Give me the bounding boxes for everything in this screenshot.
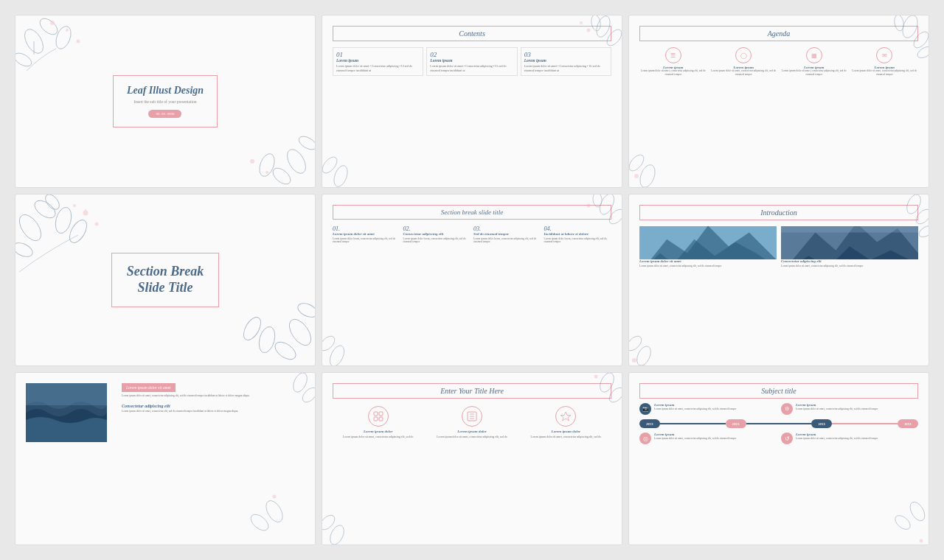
cap-text-1: Lorem ipsum dolor sit amet, consectetur … — [639, 265, 777, 268]
agenda-icon-3: ▦ — [806, 47, 822, 63]
slide-3-header: Agenda — [639, 26, 918, 41]
svg-point-35 — [95, 222, 99, 225]
slide-6-header: Introduction — [639, 205, 918, 220]
step-4-text: Lorem ipsum dolor lorem, consectetur adi… — [544, 237, 612, 244]
slide-9-timeline: 20XX 20XX 20XX 20XX — [639, 419, 918, 428]
slide-9-bottom-body-2: Lorem ipsum dolor sit amet, consectetur … — [796, 437, 878, 441]
slide-8-enter-title: Enter Your Title Here Lorem ipsum dolor … — [322, 372, 622, 545]
svg-point-20 — [322, 154, 340, 175]
slide-9-top-title-1: Lorem ipsum — [654, 403, 737, 407]
slide-9-subject: Subject title 📷 Lorem ipsum Lorem ipsum … — [628, 372, 929, 545]
step-3-num: 03. — [473, 225, 541, 232]
svg-point-19 — [331, 164, 350, 188]
svg-point-71 — [594, 375, 598, 379]
svg-point-25 — [637, 163, 658, 188]
slide-8-item-2: Lorem ipsum dolor Lorem ipsum dolor sit … — [426, 406, 517, 439]
slide-9-bottom-items: ◎ Lorem ipsum Lorem ipsum dolor sit amet… — [639, 433, 918, 444]
slide-9-icon-2: ⚙ — [781, 403, 793, 415]
item-3-text: Lorem ipsum dolor sit amet • Consectetur… — [524, 64, 608, 72]
svg-point-52 — [628, 334, 644, 354]
svg-point-10 — [257, 152, 277, 178]
svg-point-38 — [272, 339, 299, 363]
svg-point-40 — [296, 301, 316, 320]
svg-point-72 — [327, 523, 347, 545]
slide-9-bottom-text-2: Lorem ipsum Lorem ipsum dolor sit amet, … — [796, 433, 878, 441]
svg-rect-74 — [374, 412, 378, 416]
agenda-text-2: Lorem ipsum dolor sit amet, consectetur … — [710, 69, 778, 76]
agenda-item-4: ✉ Lorem ipsum Lorem ipsum dolor sit amet… — [851, 47, 919, 76]
slide-3-icons: ☰ Lorem ipsum Lorem ipsum dolor sit amet… — [639, 47, 918, 76]
slide-9-top-text-1: Lorem ipsum Lorem ipsum dolor sit amet, … — [654, 403, 737, 411]
slide-3-agenda: Agenda ☰ Lorem ipsum Lorem ipsum dolor s… — [628, 15, 929, 188]
svg-point-29 — [32, 197, 59, 221]
agenda-icon-1: ☰ — [665, 47, 681, 63]
slide-6-intro: Introduction Lorem ipsum dolor sit amet … — [628, 194, 929, 367]
svg-point-34 — [83, 210, 88, 215]
slide-9-icon-1: 📷 — [639, 403, 651, 415]
tl-node-1: 20XX — [639, 419, 660, 428]
svg-point-41 — [240, 315, 265, 343]
svg-rect-68 — [26, 383, 107, 405]
item-2-num: 02 — [430, 51, 513, 58]
svg-point-11 — [296, 133, 316, 152]
step-2-title: Consectetur adipiscing elit — [403, 232, 471, 236]
item-1-title: Lorem ipsum — [336, 58, 420, 63]
svg-point-64 — [263, 498, 286, 525]
slide-8-text-2: Lorem ipsum dolor sit amet, consectetur … — [426, 435, 517, 439]
svg-point-37 — [285, 316, 316, 349]
slide-9-header: Subject title — [639, 383, 918, 399]
slide-8-icon-2 — [462, 406, 482, 427]
svg-point-39 — [257, 325, 278, 354]
step-3-title: Sed do eiusmod tempor — [473, 232, 541, 236]
slide-9-bottom-item-2: ↺ Lorem ipsum Lorem ipsum dolor sit amet… — [781, 433, 918, 444]
slide-9-top-item-1: 📷 Lorem ipsum Lorem ipsum dolor sit amet… — [639, 403, 777, 415]
svg-point-36 — [73, 204, 76, 207]
svg-point-0 — [21, 26, 46, 56]
step-1-text: Lorem ipsum dolor lorem, consectetur adi… — [333, 237, 400, 244]
svg-point-5 — [50, 21, 55, 25]
slide-5-step-2: 02. Consectetur adipiscing elit Lorem ip… — [403, 225, 471, 244]
svg-point-47 — [322, 334, 337, 354]
step-1-title: Lorem ipsum dolor sit amet — [333, 232, 400, 236]
tl-line-2 — [746, 423, 812, 424]
slide-1-title: Leaf Illust Design Insert the sub title … — [15, 15, 316, 188]
slide-1-subtitle: Insert the sub title of your presentatio… — [127, 99, 204, 104]
slide-5-step-3: 03. Sed do eiusmod tempor Lorem ipsum do… — [473, 225, 541, 244]
slide-2-item-1: 01 Lorem ipsum Lorem ipsum dolor sit ame… — [333, 47, 423, 76]
agenda-text-3: Lorem ipsum dolor sit amet, consectetur … — [780, 69, 848, 76]
item-1-num: 01 — [336, 51, 420, 58]
svg-point-51 — [634, 344, 653, 366]
slide-8-icons-row: Lorem ipsum dolor Lorem ipsum dolor sit … — [333, 406, 611, 439]
svg-point-50 — [917, 223, 929, 239]
slide-6-img-2 — [781, 226, 918, 259]
svg-point-26 — [628, 152, 647, 173]
slide-9-bottom-icon-1: ◎ — [639, 433, 651, 444]
slide-4-section-box: Section Break Slide Title — [111, 253, 220, 307]
slide-7-block1-text: Lorem ipsum dolor sit amet, consectetur … — [122, 394, 305, 398]
svg-point-2 — [37, 15, 60, 38]
slide-8-label-2: Lorem ipsum dolor — [426, 430, 517, 433]
step-4-title: Incididunt ut labore et dolore — [544, 232, 612, 236]
slide-7-ocean-img — [26, 383, 107, 442]
svg-point-65 — [248, 511, 271, 533]
slide-5-header: Section break slide title — [333, 205, 611, 220]
svg-point-85 — [920, 539, 923, 543]
svg-rect-76 — [374, 417, 378, 421]
slide-1-date-btn[interactable]: 00. 00. 0000 — [148, 110, 181, 118]
slide-9-top-body-1: Lorem ipsum dolor sit amet, consectetur … — [654, 407, 737, 411]
svg-point-54 — [642, 364, 645, 366]
slide-7-block2-text: Lorem ipsum dolor sit amet, consectetur … — [122, 410, 305, 413]
slide-9-bottom-title-2: Lorem ipsum — [796, 433, 878, 436]
slide-9-bottom-title-1: Lorem ipsum — [654, 433, 737, 436]
svg-point-30 — [53, 206, 74, 235]
slide-6-img-1 — [639, 226, 777, 259]
agenda-text-1: Lorem ipsum dolor sit amet, consectetur … — [639, 69, 707, 76]
svg-point-6 — [66, 29, 69, 32]
slide-8-label-3: Lorem ipsum dolor — [521, 430, 611, 433]
svg-rect-75 — [379, 412, 383, 416]
item-2-text: Lorem ipsum dolor sit amet • Consectetur… — [430, 64, 513, 72]
svg-point-7 — [77, 40, 80, 43]
cap-text-2: Lorem ipsum dolor sit amet, consectetur … — [781, 265, 918, 268]
svg-point-9 — [270, 165, 294, 187]
cap-title-1: Lorem ipsum dolor sit amet — [639, 259, 777, 263]
